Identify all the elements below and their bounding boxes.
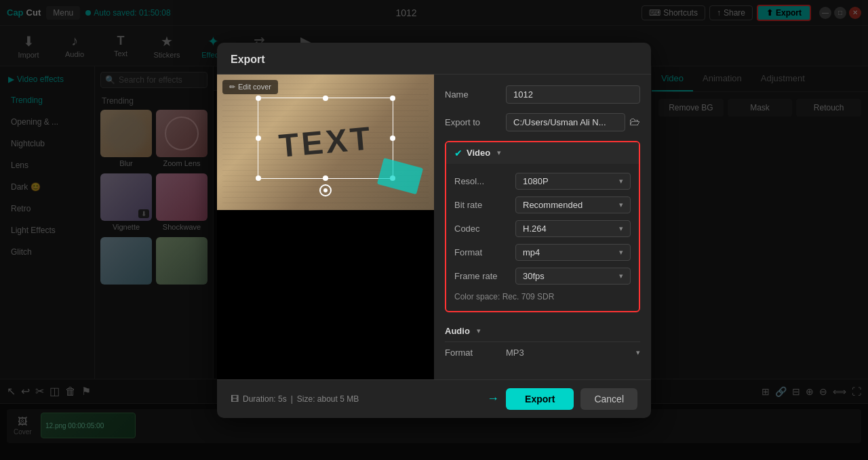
export-to-row: Export to C:/Users/Usman Ali N... 🗁 <box>445 113 640 131</box>
modal-footer: 🎞 Duration: 5s | Size: about 5 MB → Expo… <box>217 379 651 418</box>
modal-settings: Name Export to C:/Users/Usman Ali N... 🗁… <box>434 75 651 379</box>
codec-label: Codec <box>454 224 515 234</box>
export-main-button[interactable]: Export <box>506 388 574 410</box>
resolution-arrow: ▾ <box>619 177 623 186</box>
film-icon: 🎞 <box>231 394 239 404</box>
edit-cover-label: Edit cover <box>238 83 271 91</box>
export-path-select[interactable]: C:/Users/Usman Ali N... <box>506 113 625 131</box>
format-arrow: ▾ <box>619 248 623 257</box>
export-to-label: Export to <box>445 117 506 127</box>
handle-tl[interactable] <box>256 96 261 101</box>
cancel-button[interactable]: Cancel <box>580 388 637 410</box>
audio-format-arrow: ▾ <box>636 348 640 357</box>
audio-section: Audio ▾ Format MP3 ▾ <box>445 320 640 360</box>
separator: | <box>291 394 293 404</box>
name-label: Name <box>445 89 506 100</box>
preview-image: TEXT <box>217 75 434 210</box>
format-value: mp4 <box>523 247 540 257</box>
audio-format-value: MP3 <box>506 348 524 358</box>
audio-section-title: Audio <box>445 326 470 336</box>
center-dot-inner <box>323 188 328 192</box>
resolution-value: 1080P <box>523 176 549 186</box>
bitrate-row: Bit rate Recommended ▾ <box>446 193 639 217</box>
framerate-row: Frame rate 30fps ▾ <box>446 264 639 288</box>
export-path-value: C:/Users/Usman Ali N... <box>513 117 606 127</box>
video-section-title: Video <box>467 148 490 158</box>
handle-tr[interactable] <box>390 96 395 101</box>
handle-lm[interactable] <box>256 135 261 141</box>
codec-select[interactable]: H.264 ▾ <box>515 220 631 237</box>
modal-title: Export <box>231 54 265 65</box>
audio-format-row: Format MP3 ▾ <box>445 342 640 360</box>
bitrate-arrow: ▾ <box>619 201 623 209</box>
format-select[interactable]: mp4 ▾ <box>515 244 631 261</box>
audio-section-header[interactable]: Audio ▾ <box>445 320 640 342</box>
resolution-label: Resol... <box>454 176 515 186</box>
codec-row: Codec H.264 ▾ <box>446 217 639 241</box>
export-arrow-icon: → <box>487 392 499 406</box>
handle-tm[interactable] <box>323 96 328 101</box>
resolution-select[interactable]: 1080P ▾ <box>515 173 631 190</box>
edit-cover-button[interactable]: ✏ Edit cover <box>222 80 278 94</box>
resolution-row: Resol... 1080P ▾ <box>446 169 639 193</box>
video-section: ✔ Video ▾ Resol... 1080P ▾ <box>445 141 640 312</box>
bitrate-select[interactable]: Recommended ▾ <box>515 196 631 213</box>
modal-body: TEXT <box>217 75 651 379</box>
handle-bm[interactable] <box>323 175 328 181</box>
video-check-icon: ✔ <box>454 148 462 159</box>
format-row: Format mp4 ▾ <box>446 241 639 264</box>
video-section-header: ✔ Video ▾ <box>446 142 639 164</box>
format-label: Format <box>454 247 515 257</box>
framerate-select[interactable]: 30fps ▾ <box>515 268 631 285</box>
footer-actions: → Export Cancel <box>487 388 637 410</box>
folder-button[interactable]: 🗁 <box>629 116 640 128</box>
audio-expand-icon: ▾ <box>477 327 481 335</box>
framerate-arrow: ▾ <box>619 272 623 280</box>
handle-rm[interactable] <box>390 135 395 141</box>
footer-info: 🎞 Duration: 5s | Size: about 5 MB <box>231 394 480 404</box>
framerate-value: 30fps <box>523 271 545 281</box>
video-settings: Resol... 1080P ▾ Bit rate Recommended ▾ <box>446 164 639 311</box>
bitrate-label: Bit rate <box>454 200 515 210</box>
audio-format-label: Format <box>445 348 506 358</box>
framerate-label: Frame rate <box>454 271 515 281</box>
name-input[interactable] <box>506 85 640 104</box>
bitrate-value: Recommended <box>523 200 583 210</box>
codec-arrow: ▾ <box>619 224 623 233</box>
codec-value: H.264 <box>523 224 547 234</box>
audio-format-select[interactable]: MP3 ▾ <box>506 348 640 358</box>
modal-overlay: Export TEXT <box>0 0 868 460</box>
color-space-row: Color space: Rec. 709 SDR <box>446 288 639 306</box>
handle-bl[interactable] <box>256 175 261 181</box>
export-modal: Export TEXT <box>217 43 651 418</box>
edit-icon: ✏ <box>229 83 235 91</box>
name-row: Name <box>445 85 640 104</box>
center-dot <box>319 184 332 196</box>
modal-preview: TEXT <box>217 75 434 379</box>
modal-header: Export <box>217 43 651 75</box>
duration-text: Duration: 5s <box>243 394 287 404</box>
size-text: Size: about 5 MB <box>297 394 359 404</box>
video-expand-icon[interactable]: ▾ <box>497 148 501 157</box>
